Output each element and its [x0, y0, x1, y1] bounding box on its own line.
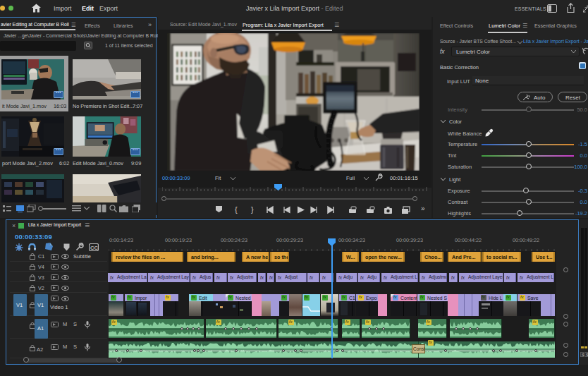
svg-text:{: {: [235, 205, 238, 214]
svg-text:}: }: [251, 205, 254, 214]
svg-text:CC: CC: [90, 245, 98, 251]
svg-text:»: »: [421, 205, 425, 212]
